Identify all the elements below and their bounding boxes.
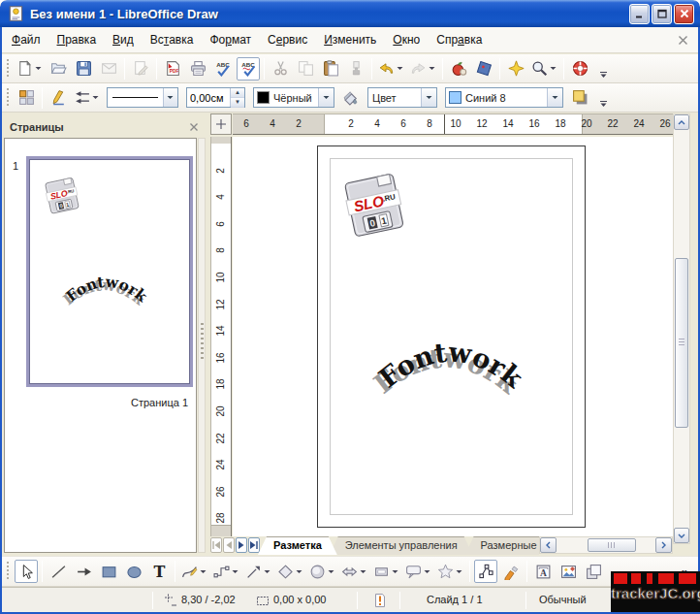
menu-item-3[interactable]: Вставка	[150, 33, 194, 47]
spellcheck-button[interactable]: ABC	[211, 57, 235, 81]
fontwork-object[interactable]: FontworkFontwork	[368, 331, 533, 406]
text-button[interactable]: T	[147, 560, 171, 583]
clone-formatting-button[interactable]	[344, 57, 367, 81]
display-grid-button[interactable]	[472, 57, 495, 81]
view-mode-indicator[interactable]: Обычный	[539, 588, 587, 612]
ruler-origin-button[interactable]	[210, 113, 232, 135]
line-width-decrease-button[interactable]: ▼	[231, 98, 244, 108]
chevron-down-icon[interactable]	[359, 569, 367, 574]
scroll-right-button[interactable]	[655, 537, 672, 553]
zoom-button[interactable]	[529, 57, 559, 81]
maximize-button[interactable]	[652, 4, 672, 24]
toolbar-overflow-button[interactable]	[599, 88, 608, 108]
chevron-down-icon[interactable]	[263, 569, 271, 574]
styles-button[interactable]	[15, 86, 38, 110]
arrow-button[interactable]	[72, 560, 95, 583]
lines-and-arrows-button[interactable]	[243, 560, 273, 583]
slo-ru-logo-image[interactable]: SLO.RU01	[340, 172, 408, 240]
next-page-button[interactable]	[236, 537, 247, 553]
ellipse-button[interactable]	[122, 560, 145, 583]
flowcharts-button[interactable]	[371, 560, 401, 583]
copy-button[interactable]	[294, 57, 317, 81]
chevron-down-icon[interactable]	[231, 569, 239, 574]
close-document-icon[interactable]	[678, 35, 688, 46]
fill-color-combo[interactable]: Синий 8	[445, 87, 563, 108]
layer-tab-0[interactable]: Разметка	[258, 536, 337, 555]
insert-image-button[interactable]	[557, 560, 580, 583]
chevron-down-icon[interactable]	[423, 569, 431, 574]
edit-file-button[interactable]	[129, 57, 152, 81]
navigator-button[interactable]	[504, 57, 527, 81]
menu-item-7[interactable]: Окно	[393, 33, 420, 47]
shadow-button[interactable]	[568, 86, 591, 110]
edit-points-button[interactable]	[474, 560, 497, 583]
toolbar-overflow-button[interactable]	[599, 59, 608, 79]
symbol-shapes-button[interactable]	[307, 560, 337, 583]
chevron-down-icon[interactable]	[455, 569, 463, 574]
chevron-down-icon[interactable]	[549, 66, 557, 71]
glue-points-button[interactable]	[499, 560, 523, 583]
menu-item-5[interactable]: Сервис	[268, 33, 307, 47]
vertical-ruler[interactable]: 246810121416182022242628	[210, 137, 232, 536]
fill-color-dropdown-button[interactable]	[547, 88, 562, 107]
chevron-down-icon[interactable]	[396, 66, 404, 71]
chevron-down-icon[interactable]	[295, 569, 303, 574]
chevron-down-icon[interactable]	[34, 66, 43, 71]
chevron-down-icon[interactable]	[199, 569, 207, 574]
pages-panel-scrollbar[interactable]	[198, 138, 206, 553]
line-style-dropdown-button[interactable]	[163, 88, 177, 107]
application-icon[interactable]	[8, 5, 25, 22]
pages-panel-close-icon[interactable]	[189, 122, 199, 132]
print-button[interactable]	[186, 57, 209, 81]
menu-item-0[interactable]: Файл	[12, 33, 41, 47]
line-width-input[interactable]	[187, 88, 230, 107]
vertical-scroll-thumb[interactable]	[675, 258, 688, 428]
line-width-increase-button[interactable]: ▲	[231, 88, 244, 98]
email-button[interactable]	[97, 57, 120, 81]
toolbar-grip[interactable]	[5, 562, 10, 581]
horizontal-scrollbar[interactable]	[539, 536, 673, 554]
scroll-up-button[interactable]	[674, 114, 689, 130]
object-size-value[interactable]: 0,00 x 0,00	[273, 588, 326, 612]
arrow-style-button[interactable]	[72, 86, 102, 110]
last-page-button[interactable]	[248, 537, 260, 553]
page-thumbnail[interactable]: SLO.RU01 FontworkFontwork	[26, 156, 193, 387]
minimize-button[interactable]	[629, 4, 650, 24]
fill-style-combo[interactable]: Цвет	[367, 87, 437, 108]
first-page-button[interactable]	[210, 537, 222, 553]
toolbar-grip[interactable]	[5, 88, 10, 108]
line-button[interactable]	[47, 560, 70, 583]
fill-style-dropdown-button[interactable]	[421, 88, 436, 107]
save-button[interactable]	[72, 57, 95, 81]
line-style-combo[interactable]	[107, 87, 178, 108]
basic-shapes-button[interactable]	[275, 560, 305, 583]
paste-button[interactable]	[319, 57, 342, 81]
line-dialog-button[interactable]	[47, 86, 70, 110]
connector-button[interactable]	[211, 560, 241, 583]
scroll-down-button[interactable]	[674, 528, 689, 543]
arrange-button[interactable]	[582, 560, 605, 583]
cursor-position-value[interactable]: 8,30 / -2,02	[181, 588, 236, 612]
layer-tab-2[interactable]: Размерные	[465, 536, 539, 555]
drawing-canvas[interactable]: SLO.RU01 FontworkFontwork	[233, 137, 673, 536]
fontwork-gallery-button[interactable]: A	[531, 560, 555, 583]
rectangle-button[interactable]	[97, 560, 120, 583]
undo-button[interactable]	[376, 57, 406, 81]
previous-page-button[interactable]	[223, 537, 235, 553]
slide-indicator[interactable]: Слайд 1 / 1	[427, 588, 483, 612]
vertical-scrollbar[interactable]	[673, 113, 690, 544]
area-dialog-button[interactable]	[339, 86, 363, 110]
toolbar-grip[interactable]	[5, 59, 10, 79]
auto-spellcheck-button[interactable]: ABC	[237, 57, 260, 81]
horizontal-scroll-thumb[interactable]	[588, 538, 636, 552]
callouts-button[interactable]	[403, 560, 433, 583]
curve-button[interactable]	[179, 560, 209, 583]
layer-tab-1[interactable]: Элементы управления	[330, 536, 473, 555]
page[interactable]: SLO.RU01 FontworkFontwork	[317, 145, 586, 528]
line-color-combo[interactable]: Чёрный	[253, 87, 334, 108]
menu-item-2[interactable]: Вид	[112, 33, 134, 47]
select-button[interactable]	[15, 560, 38, 583]
menu-item-8[interactable]: Справка	[436, 33, 482, 47]
horizontal-ruler[interactable]: 6422468101214161820222426	[233, 113, 673, 135]
redo-button[interactable]	[408, 57, 438, 81]
